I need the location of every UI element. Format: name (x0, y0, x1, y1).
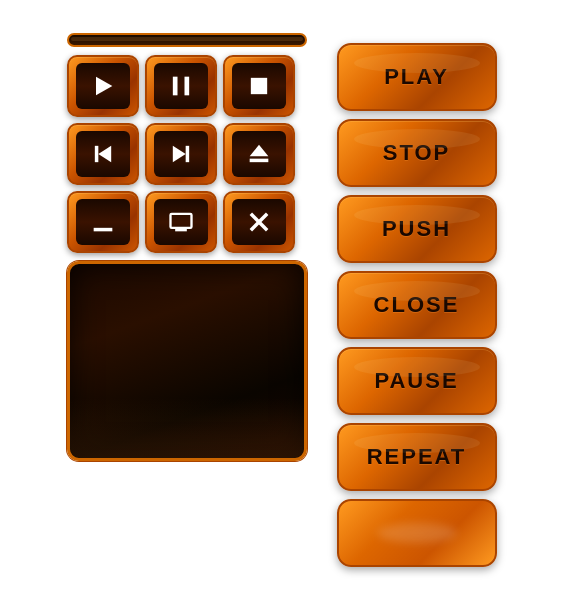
eject-button[interactable] (223, 123, 295, 185)
prev-button[interactable] (67, 123, 139, 185)
close-text-button[interactable]: CLOSE (337, 271, 497, 339)
svg-rect-11 (170, 214, 191, 228)
screen-button[interactable] (145, 191, 217, 253)
minimize-button[interactable] (67, 191, 139, 253)
pause-button[interactable] (145, 55, 217, 117)
svg-rect-12 (175, 229, 187, 231)
svg-rect-2 (184, 77, 189, 96)
svg-marker-6 (172, 146, 185, 162)
repeat-text-button[interactable]: REPEAT (337, 423, 497, 491)
svg-rect-5 (94, 146, 98, 162)
media-button-grid (67, 55, 307, 253)
svg-rect-9 (249, 159, 268, 163)
svg-marker-4 (98, 146, 111, 162)
svg-rect-1 (172, 77, 177, 96)
svg-marker-0 (96, 77, 112, 96)
close-x-button[interactable] (223, 191, 295, 253)
progress-bar[interactable] (67, 33, 307, 47)
extra-button[interactable] (337, 499, 497, 567)
play-button[interactable] (67, 55, 139, 117)
pause-text-button[interactable]: PAUSE (337, 347, 497, 415)
display-screen (67, 261, 307, 461)
play-text-button[interactable]: PLAY (337, 43, 497, 111)
svg-rect-7 (185, 146, 189, 162)
svg-rect-3 (250, 78, 266, 94)
stop-button[interactable] (223, 55, 295, 117)
next-button[interactable] (145, 123, 217, 185)
svg-marker-8 (249, 145, 268, 157)
right-panel: PLAY STOP PUSH CLOSE PAUSE REPEAT (337, 43, 497, 567)
svg-rect-10 (93, 228, 112, 232)
stop-text-button[interactable]: STOP (337, 119, 497, 187)
main-container: PLAY STOP PUSH CLOSE PAUSE REPEAT (47, 13, 517, 587)
push-text-button[interactable]: PUSH (337, 195, 497, 263)
left-panel (67, 33, 307, 461)
